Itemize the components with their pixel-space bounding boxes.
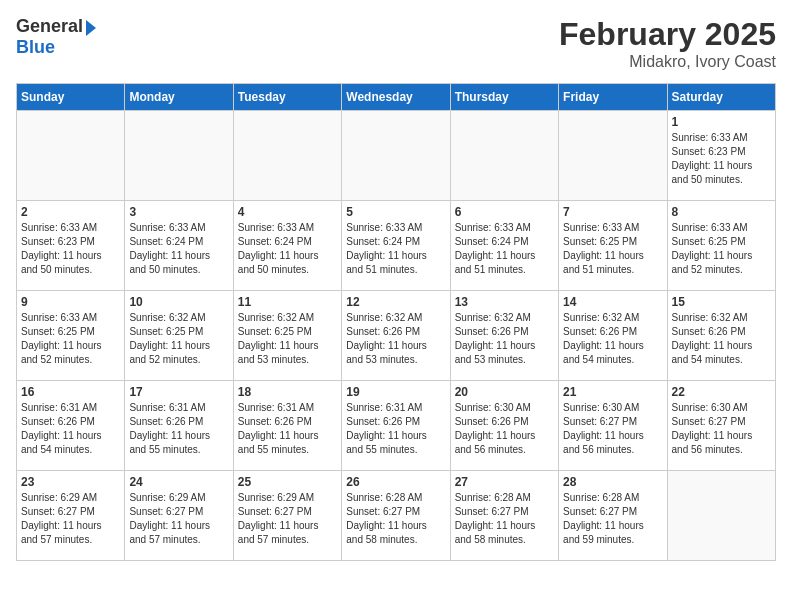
calendar-header-friday: Friday xyxy=(559,84,667,111)
calendar-cell: 10Sunrise: 6:32 AM Sunset: 6:25 PM Dayli… xyxy=(125,291,233,381)
day-number: 19 xyxy=(346,385,445,399)
calendar-cell: 3Sunrise: 6:33 AM Sunset: 6:24 PM Daylig… xyxy=(125,201,233,291)
day-info: Sunrise: 6:29 AM Sunset: 6:27 PM Dayligh… xyxy=(21,491,120,547)
day-info: Sunrise: 6:33 AM Sunset: 6:24 PM Dayligh… xyxy=(455,221,554,277)
calendar-cell: 17Sunrise: 6:31 AM Sunset: 6:26 PM Dayli… xyxy=(125,381,233,471)
day-number: 23 xyxy=(21,475,120,489)
calendar-header-saturday: Saturday xyxy=(667,84,775,111)
day-info: Sunrise: 6:32 AM Sunset: 6:26 PM Dayligh… xyxy=(672,311,771,367)
day-number: 18 xyxy=(238,385,337,399)
calendar-week-5: 23Sunrise: 6:29 AM Sunset: 6:27 PM Dayli… xyxy=(17,471,776,561)
day-number: 25 xyxy=(238,475,337,489)
title-area: February 2025 Midakro, Ivory Coast xyxy=(559,16,776,71)
calendar-cell xyxy=(667,471,775,561)
day-number: 26 xyxy=(346,475,445,489)
calendar-cell: 19Sunrise: 6:31 AM Sunset: 6:26 PM Dayli… xyxy=(342,381,450,471)
day-number: 8 xyxy=(672,205,771,219)
calendar-cell: 5Sunrise: 6:33 AM Sunset: 6:24 PM Daylig… xyxy=(342,201,450,291)
day-info: Sunrise: 6:33 AM Sunset: 6:24 PM Dayligh… xyxy=(129,221,228,277)
day-info: Sunrise: 6:30 AM Sunset: 6:27 PM Dayligh… xyxy=(563,401,662,457)
day-number: 2 xyxy=(21,205,120,219)
day-number: 17 xyxy=(129,385,228,399)
calendar-cell: 27Sunrise: 6:28 AM Sunset: 6:27 PM Dayli… xyxy=(450,471,558,561)
day-number: 3 xyxy=(129,205,228,219)
day-info: Sunrise: 6:29 AM Sunset: 6:27 PM Dayligh… xyxy=(238,491,337,547)
calendar-table: SundayMondayTuesdayWednesdayThursdayFrid… xyxy=(16,83,776,561)
calendar-header-row: SundayMondayTuesdayWednesdayThursdayFrid… xyxy=(17,84,776,111)
day-number: 20 xyxy=(455,385,554,399)
day-number: 10 xyxy=(129,295,228,309)
day-info: Sunrise: 6:33 AM Sunset: 6:25 PM Dayligh… xyxy=(563,221,662,277)
calendar-cell: 9Sunrise: 6:33 AM Sunset: 6:25 PM Daylig… xyxy=(17,291,125,381)
day-number: 21 xyxy=(563,385,662,399)
day-info: Sunrise: 6:28 AM Sunset: 6:27 PM Dayligh… xyxy=(563,491,662,547)
day-number: 1 xyxy=(672,115,771,129)
calendar-cell: 2Sunrise: 6:33 AM Sunset: 6:23 PM Daylig… xyxy=(17,201,125,291)
logo-general-text: General xyxy=(16,16,83,36)
calendar-header-monday: Monday xyxy=(125,84,233,111)
calendar-cell xyxy=(233,111,341,201)
calendar-cell xyxy=(342,111,450,201)
calendar-cell: 14Sunrise: 6:32 AM Sunset: 6:26 PM Dayli… xyxy=(559,291,667,381)
calendar-cell: 7Sunrise: 6:33 AM Sunset: 6:25 PM Daylig… xyxy=(559,201,667,291)
day-info: Sunrise: 6:32 AM Sunset: 6:25 PM Dayligh… xyxy=(129,311,228,367)
logo: General Blue xyxy=(16,16,96,58)
day-info: Sunrise: 6:28 AM Sunset: 6:27 PM Dayligh… xyxy=(346,491,445,547)
header: General Blue February 2025 Midakro, Ivor… xyxy=(16,16,776,71)
day-number: 15 xyxy=(672,295,771,309)
day-number: 9 xyxy=(21,295,120,309)
day-number: 12 xyxy=(346,295,445,309)
day-info: Sunrise: 6:33 AM Sunset: 6:24 PM Dayligh… xyxy=(346,221,445,277)
day-info: Sunrise: 6:28 AM Sunset: 6:27 PM Dayligh… xyxy=(455,491,554,547)
day-info: Sunrise: 6:31 AM Sunset: 6:26 PM Dayligh… xyxy=(129,401,228,457)
calendar-cell: 21Sunrise: 6:30 AM Sunset: 6:27 PM Dayli… xyxy=(559,381,667,471)
calendar-cell: 20Sunrise: 6:30 AM Sunset: 6:26 PM Dayli… xyxy=(450,381,558,471)
location: Midakro, Ivory Coast xyxy=(559,53,776,71)
calendar-cell: 13Sunrise: 6:32 AM Sunset: 6:26 PM Dayli… xyxy=(450,291,558,381)
calendar-cell: 18Sunrise: 6:31 AM Sunset: 6:26 PM Dayli… xyxy=(233,381,341,471)
calendar-week-4: 16Sunrise: 6:31 AM Sunset: 6:26 PM Dayli… xyxy=(17,381,776,471)
day-info: Sunrise: 6:32 AM Sunset: 6:25 PM Dayligh… xyxy=(238,311,337,367)
day-info: Sunrise: 6:33 AM Sunset: 6:23 PM Dayligh… xyxy=(21,221,120,277)
calendar-header-sunday: Sunday xyxy=(17,84,125,111)
day-info: Sunrise: 6:31 AM Sunset: 6:26 PM Dayligh… xyxy=(238,401,337,457)
day-number: 24 xyxy=(129,475,228,489)
calendar-cell: 16Sunrise: 6:31 AM Sunset: 6:26 PM Dayli… xyxy=(17,381,125,471)
calendar-cell: 23Sunrise: 6:29 AM Sunset: 6:27 PM Dayli… xyxy=(17,471,125,561)
day-info: Sunrise: 6:29 AM Sunset: 6:27 PM Dayligh… xyxy=(129,491,228,547)
day-number: 16 xyxy=(21,385,120,399)
calendar-cell: 25Sunrise: 6:29 AM Sunset: 6:27 PM Dayli… xyxy=(233,471,341,561)
calendar-cell: 4Sunrise: 6:33 AM Sunset: 6:24 PM Daylig… xyxy=(233,201,341,291)
day-number: 11 xyxy=(238,295,337,309)
day-info: Sunrise: 6:33 AM Sunset: 6:25 PM Dayligh… xyxy=(21,311,120,367)
day-info: Sunrise: 6:32 AM Sunset: 6:26 PM Dayligh… xyxy=(455,311,554,367)
calendar-header-wednesday: Wednesday xyxy=(342,84,450,111)
calendar-cell: 1Sunrise: 6:33 AM Sunset: 6:23 PM Daylig… xyxy=(667,111,775,201)
day-number: 28 xyxy=(563,475,662,489)
day-number: 14 xyxy=(563,295,662,309)
day-number: 4 xyxy=(238,205,337,219)
calendar-cell xyxy=(559,111,667,201)
day-info: Sunrise: 6:31 AM Sunset: 6:26 PM Dayligh… xyxy=(21,401,120,457)
day-number: 7 xyxy=(563,205,662,219)
day-info: Sunrise: 6:32 AM Sunset: 6:26 PM Dayligh… xyxy=(563,311,662,367)
day-info: Sunrise: 6:33 AM Sunset: 6:24 PM Dayligh… xyxy=(238,221,337,277)
logo-arrow-icon xyxy=(86,20,96,36)
day-number: 5 xyxy=(346,205,445,219)
calendar-cell: 26Sunrise: 6:28 AM Sunset: 6:27 PM Dayli… xyxy=(342,471,450,561)
day-info: Sunrise: 6:31 AM Sunset: 6:26 PM Dayligh… xyxy=(346,401,445,457)
day-number: 27 xyxy=(455,475,554,489)
day-number: 13 xyxy=(455,295,554,309)
calendar-week-2: 2Sunrise: 6:33 AM Sunset: 6:23 PM Daylig… xyxy=(17,201,776,291)
calendar-cell xyxy=(450,111,558,201)
day-info: Sunrise: 6:30 AM Sunset: 6:26 PM Dayligh… xyxy=(455,401,554,457)
calendar-cell: 12Sunrise: 6:32 AM Sunset: 6:26 PM Dayli… xyxy=(342,291,450,381)
calendar-cell: 8Sunrise: 6:33 AM Sunset: 6:25 PM Daylig… xyxy=(667,201,775,291)
month-title: February 2025 xyxy=(559,16,776,53)
calendar-cell xyxy=(17,111,125,201)
day-number: 6 xyxy=(455,205,554,219)
calendar-cell: 15Sunrise: 6:32 AM Sunset: 6:26 PM Dayli… xyxy=(667,291,775,381)
calendar-cell: 24Sunrise: 6:29 AM Sunset: 6:27 PM Dayli… xyxy=(125,471,233,561)
calendar-week-3: 9Sunrise: 6:33 AM Sunset: 6:25 PM Daylig… xyxy=(17,291,776,381)
day-info: Sunrise: 6:30 AM Sunset: 6:27 PM Dayligh… xyxy=(672,401,771,457)
